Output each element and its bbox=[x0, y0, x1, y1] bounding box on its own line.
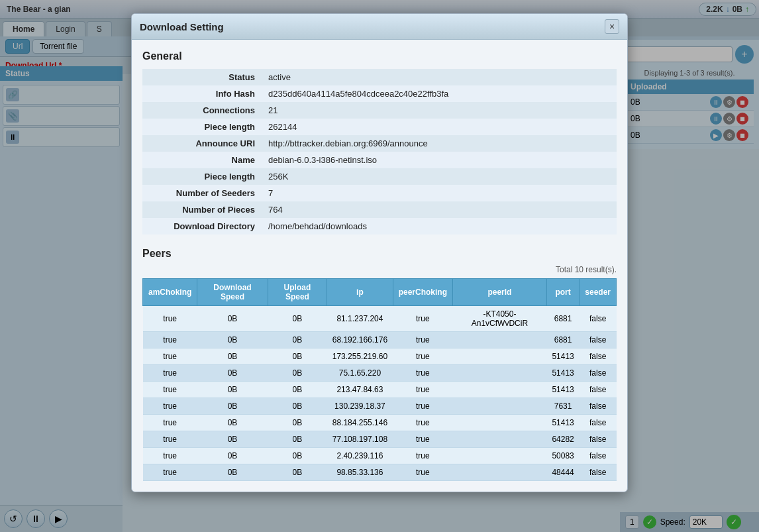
peers-table-cell: 75.1.65.220 bbox=[327, 365, 393, 382]
info-label: Info Hash bbox=[142, 85, 262, 102]
peers-table-cell bbox=[452, 448, 546, 464]
peers-table-cell: 0B bbox=[197, 398, 268, 415]
peers-table-row: true0B0B68.192.166.176true6881false bbox=[143, 332, 617, 348]
peers-table-cell: 0B bbox=[197, 365, 268, 382]
peers-table-row: true0B0B88.184.255.146true51413false bbox=[143, 415, 617, 431]
peers-column-header: peerChoking bbox=[393, 279, 452, 306]
peers-table-cell: true bbox=[393, 398, 452, 415]
peers-table-cell: false bbox=[580, 332, 617, 348]
peers-table-cell: 0B bbox=[268, 448, 327, 464]
peers-table-cell: 51413 bbox=[546, 365, 579, 382]
info-value: /home/behdad/downloads bbox=[262, 218, 617, 235]
peers-column-header: Download Speed bbox=[197, 279, 268, 306]
info-table: StatusactiveInfo Hashd235dd640a4114a5fe8… bbox=[142, 69, 617, 235]
info-row: Piece length256K bbox=[142, 168, 617, 185]
peers-table-cell: 0B bbox=[268, 332, 327, 348]
peers-column-header: amChoking bbox=[143, 279, 197, 306]
info-value: debian-6.0.3-i386-netinst.iso bbox=[262, 152, 617, 168]
peers-table-row: true0B0B98.85.33.136true48444false bbox=[143, 464, 617, 481]
peers-table: amChokingDownload SpeedUpload Speedippee… bbox=[142, 278, 617, 481]
peers-table-cell: true bbox=[393, 448, 452, 464]
peers-table-cell: 77.108.197.108 bbox=[327, 431, 393, 448]
peers-table-cell: false bbox=[580, 348, 617, 365]
peers-table-cell: 213.47.84.63 bbox=[327, 382, 393, 398]
peers-table-cell: 0B bbox=[197, 464, 268, 481]
peers-table-cell: true bbox=[143, 306, 197, 332]
peers-table-cell: false bbox=[580, 398, 617, 415]
info-row: Piece length262144 bbox=[142, 119, 617, 135]
modal-titlebar: Download Setting × bbox=[132, 14, 627, 40]
info-label: Announce URI bbox=[142, 135, 262, 152]
peers-table-cell: 0B bbox=[268, 348, 327, 365]
peers-table-cell: 0B bbox=[268, 398, 327, 415]
peers-table-cell: 64282 bbox=[546, 431, 579, 448]
peers-table-cell: true bbox=[143, 431, 197, 448]
info-label: Download Directory bbox=[142, 218, 262, 235]
peers-table-row: true0B0B130.239.18.37true7631false bbox=[143, 398, 617, 415]
peers-table-row: true0B0B81.1.237.204true-KT4050-An1vCfWv… bbox=[143, 306, 617, 332]
info-row: Number of Seeders7 bbox=[142, 185, 617, 201]
peers-table-cell: false bbox=[580, 464, 617, 481]
peers-table-row: true0B0B2.40.239.116true50083false bbox=[143, 448, 617, 464]
peers-table-cell: 0B bbox=[268, 431, 327, 448]
modal-close-button[interactable]: × bbox=[605, 19, 619, 34]
peers-table-cell: 0B bbox=[268, 382, 327, 398]
peers-table-cell: 0B bbox=[197, 448, 268, 464]
general-section-title: General bbox=[142, 50, 617, 62]
info-value: 7 bbox=[262, 185, 617, 201]
peers-table-cell: true bbox=[143, 348, 197, 365]
total-results: Total 10 result(s). bbox=[142, 265, 617, 274]
info-value: 764 bbox=[262, 201, 617, 218]
peers-column-header: seeder bbox=[580, 279, 617, 306]
info-row: Connections21 bbox=[142, 102, 617, 119]
info-row: Announce URIhttp://bttracker.debian.org:… bbox=[142, 135, 617, 152]
info-label: Number of Pieces bbox=[142, 201, 262, 218]
peers-table-cell: 48444 bbox=[546, 464, 579, 481]
peers-table-cell: true bbox=[393, 415, 452, 431]
peers-table-cell: false bbox=[580, 365, 617, 382]
info-label: Number of Seeders bbox=[142, 185, 262, 201]
peers-table-cell: 51413 bbox=[546, 382, 579, 398]
peers-table-cell: true bbox=[393, 306, 452, 332]
peers-table-cell: 0B bbox=[268, 464, 327, 481]
info-value: d235dd640a4114a5fe804cdceea2c40e22ffb3fa bbox=[262, 85, 617, 102]
peers-table-cell: 2.40.239.116 bbox=[327, 448, 393, 464]
peers-table-cell bbox=[452, 332, 546, 348]
peers-table-cell: false bbox=[580, 306, 617, 332]
info-label: Name bbox=[142, 152, 262, 168]
peers-table-row: true0B0B77.108.197.108true64282false bbox=[143, 431, 617, 448]
peers-section: Peers Total 10 result(s). amChokingDownl… bbox=[142, 248, 617, 481]
peers-table-cell bbox=[452, 415, 546, 431]
peers-table-cell: true bbox=[143, 464, 197, 481]
peers-section-title: Peers bbox=[142, 248, 617, 260]
peers-table-cell: 7631 bbox=[546, 398, 579, 415]
peers-table-cell: true bbox=[143, 365, 197, 382]
peers-table-row: true0B0B173.255.219.60true51413false bbox=[143, 348, 617, 365]
info-row: Download Directory/home/behdad/downloads bbox=[142, 218, 617, 235]
info-label: Piece length bbox=[142, 168, 262, 185]
peers-table-row: true0B0B213.47.84.63true51413false bbox=[143, 382, 617, 398]
peers-table-cell: true bbox=[393, 464, 452, 481]
modal-overlay: Download Setting × General StatusactiveI… bbox=[0, 0, 759, 532]
peers-table-cell: 50083 bbox=[546, 448, 579, 464]
peers-table-row: true0B0B75.1.65.220true51413false bbox=[143, 365, 617, 382]
peers-table-cell bbox=[452, 382, 546, 398]
peers-table-cell: 0B bbox=[268, 365, 327, 382]
peers-table-cell: 0B bbox=[197, 415, 268, 431]
peers-table-cell: true bbox=[393, 332, 452, 348]
peers-table-cell: true bbox=[393, 365, 452, 382]
peers-table-cell: 98.85.33.136 bbox=[327, 464, 393, 481]
peers-table-cell: 88.184.255.146 bbox=[327, 415, 393, 431]
peers-table-cell: true bbox=[393, 382, 452, 398]
peers-table-cell bbox=[452, 431, 546, 448]
peers-table-cell: 51413 bbox=[546, 348, 579, 365]
info-label: Piece length bbox=[142, 119, 262, 135]
info-value: 21 bbox=[262, 102, 617, 119]
peers-table-cell: true bbox=[393, 348, 452, 365]
peers-table-cell bbox=[452, 398, 546, 415]
peers-table-cell: true bbox=[143, 415, 197, 431]
peers-table-cell: 68.192.166.176 bbox=[327, 332, 393, 348]
modal-body: General StatusactiveInfo Hashd235dd640a4… bbox=[132, 40, 627, 492]
peers-table-cell: 0B bbox=[197, 332, 268, 348]
info-row: Info Hashd235dd640a4114a5fe804cdceea2c40… bbox=[142, 85, 617, 102]
